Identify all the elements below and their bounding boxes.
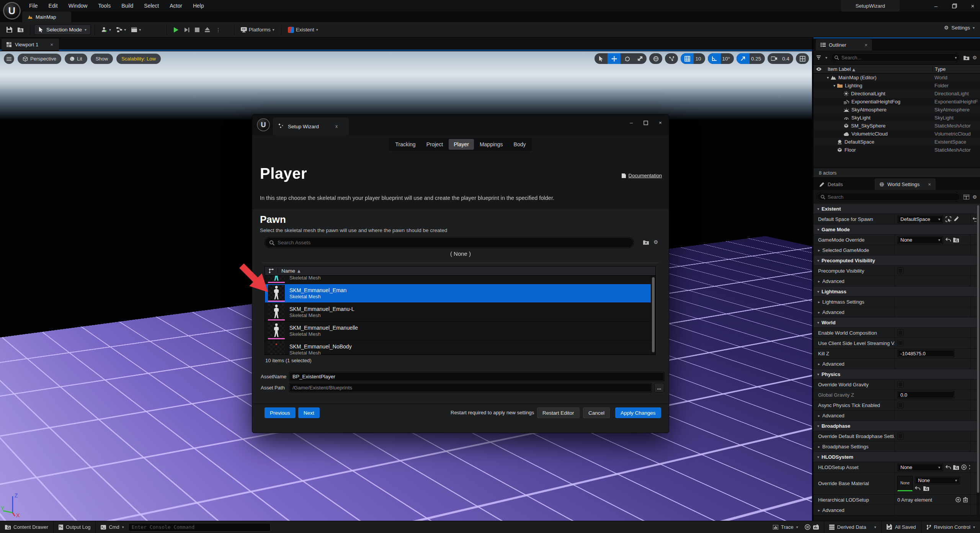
- outliner-row[interactable]: SM_SkySphereStaticMeshActor: [813, 122, 980, 130]
- property-row[interactable]: Enable World Composition: [813, 328, 980, 338]
- section-header[interactable]: ▾Physics: [813, 369, 980, 379]
- property-row[interactable]: ▸Advanced: [813, 410, 980, 421]
- documentation-link[interactable]: Documentation: [621, 173, 662, 178]
- wizard-tab-player[interactable]: Player: [449, 139, 474, 150]
- cmd-selector[interactable]: Cmd ▾: [96, 521, 275, 533]
- maximize-icon[interactable]: [950, 2, 959, 9]
- minimize-icon[interactable]: –: [932, 2, 940, 9]
- browse-icon[interactable]: [953, 237, 959, 242]
- pause-trace-icon[interactable]: [805, 524, 810, 530]
- console-command-input[interactable]: [132, 524, 267, 530]
- outliner-row[interactable]: ExponentialHeightFogExponentialHeightF: [813, 98, 980, 106]
- collapse-arrow-icon[interactable]: ▾: [817, 258, 819, 263]
- details-search-input[interactable]: [828, 194, 957, 200]
- property-row[interactable]: Override Default Broadphase Setti...: [813, 431, 980, 441]
- details-search[interactable]: [817, 192, 960, 201]
- asset-list-header[interactable]: Name ▲: [265, 266, 655, 276]
- rotate-tool[interactable]: [621, 53, 634, 64]
- expand-arrow-icon[interactable]: ▾: [825, 75, 831, 80]
- use-icon[interactable]: [915, 486, 920, 491]
- derived-data-button[interactable]: Derived Data ▾: [824, 521, 882, 533]
- expand-arrow-icon[interactable]: ▸: [818, 445, 820, 449]
- details-scrollbar[interactable]: [977, 205, 980, 518]
- quad-tool[interactable]: [796, 53, 809, 64]
- blueprints-button[interactable]: ▾: [114, 26, 129, 34]
- menu-select[interactable]: Select: [139, 0, 164, 11]
- close-icon[interactable]: ×: [865, 42, 868, 48]
- folder-location-icon[interactable]: [643, 239, 649, 245]
- outliner-row[interactable]: DirectionalLightDirectionalLight: [813, 90, 980, 98]
- checkbox[interactable]: [897, 268, 903, 274]
- gear-icon[interactable]: ⚙: [972, 194, 977, 200]
- expand-arrow-icon[interactable]: ▸: [818, 248, 820, 252]
- expand-arrow-icon[interactable]: ▸: [818, 414, 820, 418]
- tab-world-settings[interactable]: World Settings ×: [875, 178, 936, 190]
- close-icon[interactable]: ×: [659, 120, 662, 126]
- checkbox[interactable]: [897, 381, 903, 387]
- collapse-arrow-icon[interactable]: ▾: [817, 320, 819, 325]
- dropdown[interactable]: DefaultSpace▾: [897, 215, 943, 223]
- property-row[interactable]: Precompute Visibility: [813, 266, 980, 276]
- property-row[interactable]: ▸Lightmass Settings: [813, 297, 980, 307]
- plus-icon[interactable]: [956, 497, 961, 502]
- globe-tool[interactable]: [649, 53, 662, 64]
- wizard-titlebar[interactable]: U Setup Wizard x – ×: [252, 114, 669, 135]
- asset-row[interactable]: SKM_Emmanuel_Emanu-LSkeletal Mesh: [265, 303, 651, 322]
- checkbox[interactable]: [897, 402, 903, 408]
- asset-row[interactable]: SK_YBotSkeletal Mesh: [265, 276, 651, 284]
- outliner-row[interactable]: DefaultSpaceExistentSpace: [813, 138, 980, 146]
- section-header[interactable]: ▾Lightmass: [813, 286, 980, 297]
- pick-icon[interactable]: [946, 216, 951, 222]
- expand-arrow-icon[interactable]: ▸: [818, 362, 820, 366]
- use-icon[interactable]: [946, 465, 951, 469]
- viewport-pill-lit[interactable]: Lit: [65, 54, 87, 64]
- apply-changes-button[interactable]: Apply Changes: [615, 407, 661, 418]
- menu-actor[interactable]: Actor: [164, 0, 188, 11]
- level-tab[interactable]: MainMap: [22, 11, 71, 22]
- property-row[interactable]: ▸Advanced: [813, 307, 980, 317]
- outliner-row[interactable]: SkyAtmosphereSkyAtmosphere: [813, 106, 980, 114]
- menu-help[interactable]: Help: [188, 0, 209, 11]
- expand-arrow-icon[interactable]: ▾: [831, 83, 837, 88]
- property-row[interactable]: Hierarchical LODSetup0 Array element: [813, 495, 980, 505]
- collapse-arrow-icon[interactable]: ▾: [817, 372, 819, 376]
- collapse-arrow-icon[interactable]: ▾: [817, 424, 819, 428]
- minimize-icon[interactable]: –: [630, 120, 633, 126]
- expand-arrow-icon[interactable]: ▸: [818, 508, 820, 512]
- checkbox[interactable]: [897, 433, 903, 439]
- wizard-tab-body[interactable]: Body: [509, 139, 531, 150]
- editor-mode-select[interactable]: Selection Mode▾: [34, 25, 91, 35]
- project-launcher-button[interactable]: Existent▾: [285, 25, 321, 34]
- browse-icon[interactable]: [953, 465, 959, 470]
- property-row[interactable]: Use Client Side Level Streaming V...: [813, 338, 980, 348]
- menu-window[interactable]: Window: [63, 0, 93, 11]
- checkbox[interactable]: [897, 330, 903, 336]
- outliner-row[interactable]: VolumetricCloudVolumetricCloud: [813, 130, 980, 138]
- wizard-tab-tracking[interactable]: Tracking: [390, 139, 420, 150]
- value-input[interactable]: 0.0: [897, 391, 955, 399]
- section-header[interactable]: ▾Existent: [813, 204, 980, 214]
- asset-row[interactable]: SKM_Emmanuel_EmanuelleSkeletal Mesh: [265, 322, 651, 340]
- eject-button[interactable]: [202, 26, 212, 34]
- menu-tools[interactable]: Tools: [93, 0, 116, 11]
- close-icon[interactable]: ×: [928, 181, 931, 187]
- content-drawer-button[interactable]: Content Drawer: [0, 521, 54, 533]
- column-type[interactable]: Type: [932, 66, 980, 72]
- menu-file[interactable]: File: [24, 0, 43, 11]
- property-row[interactable]: Override World Gravity: [813, 379, 980, 390]
- scalesnap-tool[interactable]: [737, 53, 750, 64]
- maximize-icon[interactable]: [644, 120, 648, 126]
- property-row[interactable]: Kill Z-1048575.0: [813, 348, 980, 359]
- collapse-arrow-icon[interactable]: ▾: [817, 289, 819, 294]
- stop-button[interactable]: [192, 26, 202, 34]
- asset-thumbnail[interactable]: None: [897, 476, 913, 491]
- add-actor-button[interactable]: ▾: [99, 25, 114, 34]
- play-button[interactable]: [171, 25, 181, 34]
- viewport-menu-button[interactable]: [4, 54, 14, 64]
- outliner-search[interactable]: ▾: [830, 53, 960, 62]
- camera-tool[interactable]: [768, 53, 781, 64]
- all-saved-button[interactable]: All Saved: [882, 521, 921, 533]
- wizard-tab-mappings[interactable]: Mappings: [475, 139, 508, 150]
- use-icon[interactable]: [946, 237, 951, 242]
- property-row[interactable]: ▸Advanced: [813, 359, 980, 369]
